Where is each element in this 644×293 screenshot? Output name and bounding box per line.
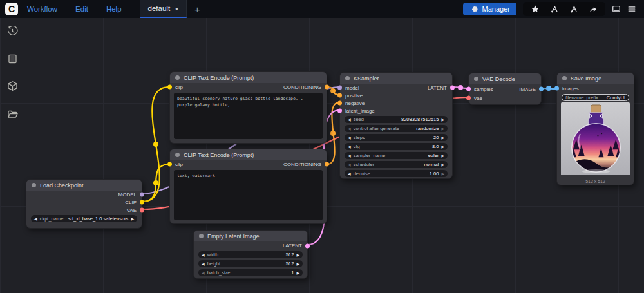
node-title: Save Image <box>571 75 601 82</box>
collapse-dot-icon[interactable] <box>175 75 180 80</box>
increment-arrow-icon[interactable]: ▶ <box>441 145 444 149</box>
conditioning-port[interactable] <box>325 85 329 90</box>
decrement-arrow-icon[interactable]: ◀ <box>348 118 351 122</box>
generated-image-preview[interactable] <box>561 102 630 177</box>
model-port[interactable] <box>140 193 144 197</box>
decrement-arrow-icon[interactable]: ◀ <box>348 163 351 167</box>
decrement-arrow-icon[interactable]: ◀ <box>34 217 37 221</box>
node-ksampler[interactable]: KSampler model LATENT positive negative … <box>339 72 453 179</box>
widget-denoise[interactable]: ◀ denoise 1.00 ▶ <box>345 170 448 177</box>
queue-b-icon[interactable] <box>569 5 578 14</box>
menu-icon[interactable] <box>627 5 636 14</box>
decrement-arrow-icon[interactable]: ◀ <box>202 253 205 257</box>
star-icon[interactable] <box>531 5 540 14</box>
widget-scheduler[interactable]: ◀ scheduler normal ▶ <box>345 161 448 168</box>
workflows-folder-icon[interactable] <box>7 109 18 120</box>
increment-arrow-icon[interactable]: ▶ <box>441 136 444 140</box>
latent-image-input-port[interactable] <box>337 109 342 113</box>
decrement-arrow-icon[interactable]: ◀ <box>202 271 205 275</box>
node-save-image[interactable]: Save Image images filename_prefix ComfyU… <box>556 72 634 185</box>
widget-width[interactable]: ◀ width 512 ▶ <box>198 251 303 258</box>
widget-sampler-name[interactable]: ◀ sampler_name euler ▶ <box>345 152 448 159</box>
widget-ckpt-name[interactable]: ◀ ckpt_name sd_xl_base_1.0.safetensors ▶ <box>31 215 137 222</box>
clip-input-port[interactable] <box>167 162 172 167</box>
node-empty-latent-image[interactable]: Empty Latent Image LATENT ◀ width 512 ▶ … <box>193 230 308 279</box>
queue-a-icon[interactable] <box>550 5 559 14</box>
node-header[interactable]: KSampler <box>340 73 452 84</box>
port-label: latent_image <box>345 108 375 114</box>
images-input-port[interactable] <box>554 86 559 91</box>
prompt-textarea[interactable]: beautiful scenery nature glass bottle la… <box>174 93 323 139</box>
vae-input-port[interactable] <box>466 96 471 100</box>
puzzle-icon <box>469 5 478 14</box>
comfyui-logo-icon[interactable]: C <box>5 3 18 15</box>
node-vae-decode[interactable]: VAE Decode samples IMAGE vae <box>468 73 542 105</box>
widget-seed[interactable]: ◀ seed 82083087512615 ▶ <box>345 116 448 123</box>
increment-arrow-icon[interactable]: ▶ <box>441 118 444 122</box>
node-clip-text-encode-negative[interactable]: CLIP Text Encode (Prompt) clip CONDITION… <box>169 149 327 224</box>
model-input-port[interactable] <box>337 86 342 90</box>
widget-name: sampler_name <box>354 153 386 158</box>
negative-input-port[interactable] <box>337 101 342 106</box>
increment-arrow-icon[interactable]: ▶ <box>441 172 444 176</box>
conditioning-port[interactable] <box>325 162 329 167</box>
widget-batch-size[interactable]: ◀ batch_size 1 ▶ <box>198 269 303 276</box>
increment-arrow-icon[interactable]: ▶ <box>131 217 134 221</box>
manager-button[interactable]: Manager <box>463 3 516 15</box>
image-output-port[interactable] <box>539 87 544 91</box>
decrement-arrow-icon[interactable]: ◀ <box>348 145 351 149</box>
latent-output-port[interactable] <box>305 243 310 248</box>
menu-edit[interactable]: Edit <box>75 5 88 13</box>
positive-input-port[interactable] <box>337 93 342 98</box>
vae-port[interactable] <box>140 208 144 213</box>
node-clip-text-encode-positive[interactable]: CLIP Text Encode (Prompt) clip CONDITION… <box>169 71 327 144</box>
menu-workflow[interactable]: Workflow <box>27 5 57 13</box>
node-header[interactable]: Save Image <box>557 73 634 84</box>
widget-cfg[interactable]: ◀ cfg 8.0 ▶ <box>345 143 448 150</box>
increment-arrow-icon[interactable]: ▶ <box>296 271 299 275</box>
port-row: samples IMAGE <box>469 84 541 93</box>
clip-port[interactable] <box>140 200 144 205</box>
increment-arrow-icon[interactable]: ▶ <box>296 253 299 257</box>
node-header[interactable]: Empty Latent Image <box>194 231 307 241</box>
decrement-arrow-icon[interactable]: ◀ <box>348 136 351 140</box>
node-header[interactable]: CLIP Text Encode (Prompt) <box>170 149 327 160</box>
clip-input-port[interactable] <box>167 85 172 90</box>
model-library-icon[interactable] <box>7 80 18 91</box>
increment-arrow-icon[interactable]: ▶ <box>441 154 444 158</box>
widget-control-after-generate[interactable]: ◀ control after generate randomize ▶ <box>345 125 448 132</box>
collapse-dot-icon[interactable] <box>562 76 567 80</box>
node-header[interactable]: CLIP Text Encode (Prompt) <box>170 72 327 83</box>
decrement-arrow-icon[interactable]: ◀ <box>348 154 351 158</box>
collapse-dot-icon[interactable] <box>32 183 36 187</box>
node-header[interactable]: Load Checkpoint <box>26 180 142 191</box>
widget-filename-prefix[interactable]: filename_prefix ComfyUI <box>562 94 629 101</box>
collapse-dot-icon[interactable] <box>175 153 180 157</box>
latent-output-port[interactable] <box>450 86 455 90</box>
widget-height[interactable]: ◀ height 512 ▶ <box>198 260 303 267</box>
collapse-dot-icon[interactable] <box>474 77 478 81</box>
collapse-dot-icon[interactable] <box>345 76 350 80</box>
widget-steps[interactable]: ◀ steps 20 ▶ <box>345 134 448 141</box>
decrement-arrow-icon[interactable]: ◀ <box>202 262 205 266</box>
decrement-arrow-icon[interactable]: ◀ <box>348 127 351 131</box>
increment-arrow-icon[interactable]: ▶ <box>441 163 444 167</box>
share-icon[interactable] <box>589 5 598 14</box>
node-load-checkpoint[interactable]: Load Checkpoint MODEL CLIP VAE ◀ ckpt_na… <box>26 179 142 229</box>
collapse-dot-icon[interactable] <box>199 234 204 238</box>
decrement-arrow-icon[interactable]: ◀ <box>348 172 351 176</box>
menu-help[interactable]: Help <box>106 5 122 13</box>
node-header[interactable]: VAE Decode <box>469 73 541 84</box>
toolbar-icon-group <box>523 2 605 16</box>
port-label: IMAGE <box>519 86 536 92</box>
increment-arrow-icon[interactable]: ▶ <box>441 127 444 131</box>
prompt-textarea[interactable]: text, watermark <box>174 170 323 220</box>
new-workflow-button[interactable]: + <box>187 0 208 18</box>
bottom-panel-icon[interactable] <box>612 5 621 14</box>
tab-default[interactable]: default ● <box>140 0 187 18</box>
link-dot <box>546 86 551 91</box>
samples-input-port[interactable] <box>466 87 471 91</box>
history-icon[interactable] <box>7 26 18 37</box>
node-library-icon[interactable] <box>7 53 18 64</box>
increment-arrow-icon[interactable]: ▶ <box>296 262 299 266</box>
